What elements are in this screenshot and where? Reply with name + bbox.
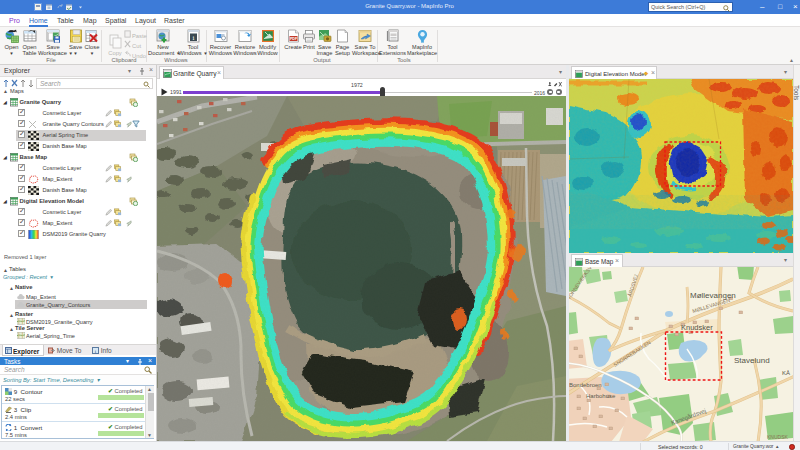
svg-text:Knudsker: Knudsker xyxy=(681,323,713,332)
svg-text:i: i xyxy=(192,34,194,42)
svg-text:KÅ: KÅ xyxy=(782,370,790,376)
svg-text:Harbohuse: Harbohuse xyxy=(586,393,616,399)
svg-text:KNUDSK: KNUDSK xyxy=(767,434,789,440)
svg-text:PDF: PDF xyxy=(289,37,297,41)
svg-text:Stavelund: Stavelund xyxy=(734,356,770,365)
svg-text:Bondebroen: Bondebroen xyxy=(569,382,602,388)
